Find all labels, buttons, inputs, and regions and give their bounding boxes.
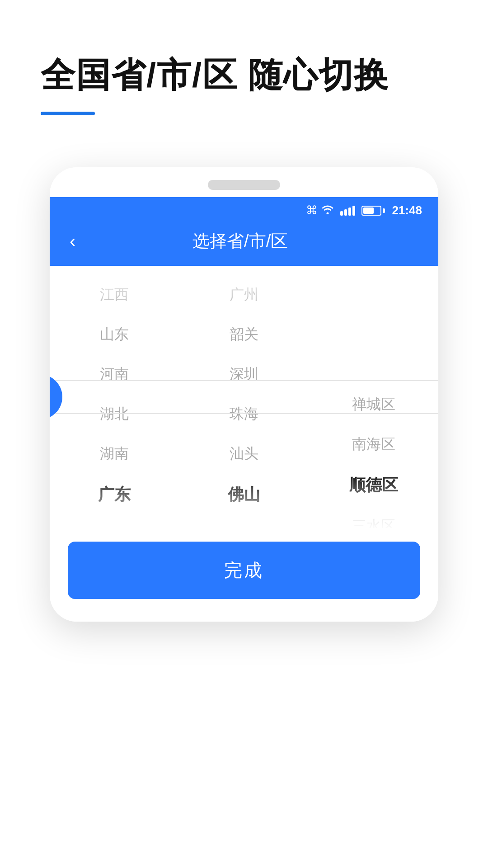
done-button[interactable]: 完成 [68,542,420,599]
top-section: 全国省/市/区 随心切换 [0,0,488,142]
status-icons: ⌘ [306,203,385,217]
back-button[interactable]: ‹ [68,229,83,253]
list-item[interactable]: 湖北 [50,394,179,434]
picker-wrapper[interactable]: 江西 山东 河南 湖北 湖南 广东 广西 海南 重庆 四川 贵州 广 [50,266,438,528]
done-button-wrap: 完成 [50,528,438,622]
list-item[interactable]: 珠海 [179,394,309,434]
app-header: ⌘ [50,197,438,266]
status-bar: ⌘ [50,197,438,221]
list-item[interactable]: 韶关 [179,315,309,354]
list-item-active[interactable]: 广东 [50,474,179,516]
phone-top-bar [50,167,438,197]
list-item[interactable]: 山东 [50,315,179,354]
list-item[interactable]: 深圳 [179,354,309,394]
nav-bar: ‹ 选择省/市/区 [50,221,438,266]
list-item-active[interactable]: 顺德区 [309,464,438,506]
phone-speaker [208,180,280,190]
list-item[interactable]: 汕头 [179,434,309,474]
district-column[interactable]: - - - 禅城区 南海区 顺德区 三水区 高明区 - - - [309,275,438,528]
phone-mockup: ⌘ [50,167,438,622]
city-column[interactable]: 广州 韶关 深圳 珠海 汕头 佛山 江门 湛江 茂名 肇庆 云浮 [179,275,309,528]
list-item[interactable]: 河南 [50,354,179,394]
picker-columns: 江西 山东 河南 湖北 湖南 广东 广西 海南 重庆 四川 贵州 广 [50,266,438,528]
list-item[interactable]: 南海区 [309,425,438,464]
list-item[interactable]: 禅城区 [309,385,438,425]
list-item[interactable]: 三水区 [309,506,438,528]
province-column[interactable]: 江西 山东 河南 湖北 湖南 广东 广西 海南 重庆 四川 贵州 [50,275,179,528]
list-item[interactable]: 广西 [50,516,179,528]
wifi-icon: ⌘ [306,203,333,217]
blue-accent-line [41,112,95,115]
page-background: 全国省/市/区 随心切换 ⌘ [0,0,488,868]
signal-icon [340,206,355,216]
list-item-active[interactable]: 佛山 [179,474,309,516]
list-item[interactable]: 湖南 [50,434,179,474]
list-item[interactable]: 广州 [179,275,309,315]
list-item[interactable]: 江门 [179,516,309,528]
status-time: 21:48 [392,203,422,217]
battery-icon [361,206,385,216]
page-title: 全国省/市/区 随心切换 [41,54,447,95]
list-item[interactable]: 江西 [50,275,179,315]
picker-section: 江西 山东 河南 湖北 湖南 广东 广西 海南 重庆 四川 贵州 广 [50,266,438,528]
nav-title: 选择省/市/区 [83,230,398,253]
